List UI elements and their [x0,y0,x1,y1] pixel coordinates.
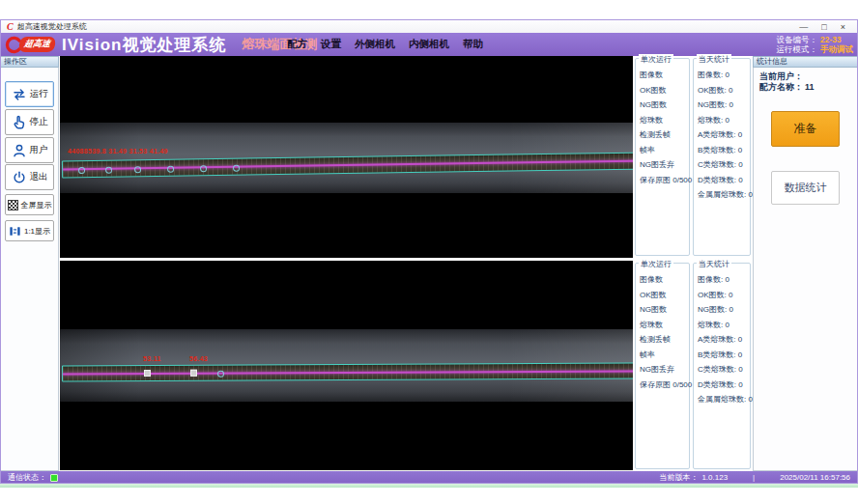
bead-marker [78,167,85,174]
camera2-measurement-left: 53.11 [143,355,161,362]
menu-item[interactable]: 配方 [287,38,307,51]
status-bar: 通信状态： 当前版本： 1.0.123 | 2025/02/11 16:57:5… [0,471,858,484]
stat-row: NG图数 [640,302,689,318]
stat-row: NG图丢弃 [640,362,689,378]
brand-badge: 超高速 [18,37,56,52]
inner-camera-view: 53.11 56.43 [60,261,633,470]
fullscreen-icon [8,200,18,210]
group-caption: 当天统计 [697,54,731,65]
one-to-one-button[interactable]: 1:1显示 [5,220,54,241]
operation-panel-header: 操作区 [0,56,59,68]
user-icon [12,143,27,158]
stat-row: C类熔珠数: 0 [698,362,750,378]
stat-row: 图像数: 0 [698,272,750,288]
recipe-name-label: 配方名称： [759,82,803,92]
bead-marker [233,165,240,172]
stat-row: 检测丢帧 [640,332,689,348]
bead-marker [134,166,141,173]
stat-row: NG图数 [640,98,689,113]
stat-row: C类熔珠数: 0 [698,157,750,173]
camera1-centerline-overlay [63,160,633,171]
stat-row: B类熔珠数: 0 [698,348,750,363]
stop-button[interactable]: 停止 [5,109,54,135]
stat-row: 检测丢帧 [640,127,689,143]
version-value: 1.0.123 [701,473,728,482]
daily-stats-group-2: 当天统计 图像数: 0OK图数: 0NG图数: 0熔珠数: 0A类熔珠数: 0B… [693,263,751,469]
minimize-button[interactable]: — [799,21,808,33]
comm-status-indicator [50,474,58,482]
stat-row: 保存原图 0/500 [640,378,689,393]
camera1-measurement-annotation: 44088539.8 31.49 31.53 41.49 [68,148,168,154]
stat-row: A类熔珠数: 0 [698,127,750,143]
outer-camera-view: 44088539.8 31.49 31.53 41.49 [60,56,633,258]
stat-row: D类熔珠数: 0 [698,173,750,188]
bead-marker [105,167,112,174]
stat-row: 熔珠数 [640,113,689,128]
prepare-button[interactable]: 准备 [771,111,840,147]
stat-row: OK图数: 0 [698,83,750,98]
status-separator: | [753,473,755,482]
current-user-label: 当前用户： [759,71,803,81]
stat-row: 熔珠数: 0 [698,113,750,128]
power-icon [12,170,27,185]
single-run-group-1: 单次运行 图像数OK图数NG图数熔珠数检测丢帧帧率NG图丢弃保存原图 0/500 [635,58,690,256]
stat-row: 图像数 [640,272,689,288]
stat-row: OK图数: 0 [698,288,750,303]
device-id-label: 设备编号： [777,35,818,44]
daily-stats-group-1: 当天统计 图像数: 0OK图数: 0NG图数: 0熔珠数: 0A类熔珠数: 0B… [693,58,751,256]
stat-row: 图像数: 0 [698,68,750,83]
single-run-group-2: 单次运行 图像数OK图数NG图数熔珠数检测丢帧帧率NG图丢弃保存原图 0/500 [635,263,690,469]
header-info: 设备编号： 22-33 运行模式： 手动调试 [777,35,854,54]
fullscreen-button[interactable]: 全屏显示 [5,194,54,215]
device-id-value: 22-33 [820,35,842,44]
app-title: IVision视觉处理系统 [62,34,226,56]
stat-row: 金属屑熔珠数: 0 [698,187,750,203]
stats-info-panel: 当前用户： 配方名称：11 准备 数据统计 [753,68,858,471]
one-to-one-icon [9,225,21,238]
stat-row: 图像数 [640,68,689,83]
camera2-detected-strip [62,362,633,381]
menu-item[interactable]: 外侧相机 [355,38,395,51]
recipe-name-value: 11 [805,82,815,92]
stat-row: OK图数 [640,83,689,98]
stat-row: 熔珠数: 0 [698,318,750,333]
run-cycle-icon [12,87,27,102]
bead-square-marker [144,370,151,377]
group-caption: 当天统计 [697,259,731,269]
menu-item[interactable]: 内侧相机 [409,38,449,51]
stat-row: 帧率 [640,143,689,158]
exit-button[interactable]: 退出 [5,164,54,190]
application-window: C 超高速视觉处理系统 — □ × 超高速 IVision视觉处理系统 熔珠端面… [0,0,858,504]
stat-row: NG图数: 0 [698,302,750,318]
stat-row: 保存原图 0/500 [640,173,689,188]
bead-marker [217,371,224,378]
group-caption: 单次运行 [639,259,673,269]
data-statistics-button[interactable]: 数据统计 [771,171,840,205]
os-titlebar: C 超高速视觉处理系统 — □ × [0,19,858,33]
stat-row: NG图丢弃 [640,157,689,173]
app-header: 超高速 IVision视觉处理系统 熔珠端面检测 配方设置外侧相机内侧相机帮助 … [0,33,858,56]
version-label: 当前版本： [659,472,698,483]
bead-marker [200,165,207,172]
menu-item[interactable]: 设置 [321,38,341,51]
run-button[interactable]: 运行 [5,81,54,107]
stat-row: 金属屑熔珠数: 0 [698,392,750,407]
stop-hand-icon [12,115,27,130]
stat-row: 帧率 [640,348,689,363]
window-title: 超高速视觉处理系统 [17,21,87,32]
run-mode-label: 运行模式： [777,44,818,54]
camera2-measurement-right: 56.43 [189,355,208,362]
user-button[interactable]: 用户 [5,137,54,163]
run-mode-value: 手动调试 [820,44,853,54]
app-logo-icon: C [7,22,14,32]
menu-item[interactable]: 帮助 [463,38,483,51]
brand-logo: 超高速 [4,36,55,54]
close-button[interactable]: × [841,21,845,33]
main-menu: 配方设置外侧相机内侧相机帮助 [287,33,483,56]
bead-square-marker [190,370,197,377]
window-bottom-edge [0,484,858,488]
comm-status-label: 通信状态： [8,472,46,483]
stat-row: D类熔珠数: 0 [698,378,750,393]
maximize-button[interactable]: □ [821,21,826,33]
stats-info-panel-header: 统计信息 [753,56,858,68]
